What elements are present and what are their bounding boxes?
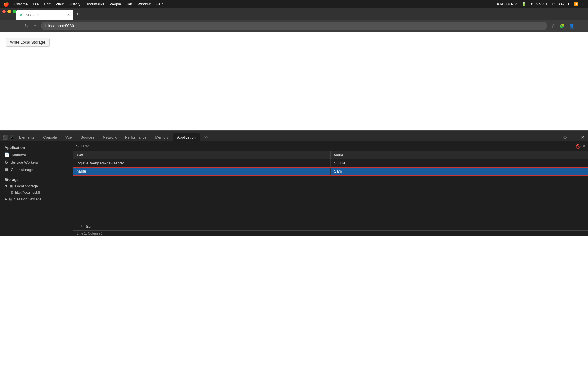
page-content: Write Local Storage xyxy=(0,32,588,130)
address-bar[interactable]: ℹ localhost:8080 xyxy=(41,22,547,30)
sidebar-item-session-storage[interactable]: ▶ ⊞ Session Storage xyxy=(0,196,73,202)
tab-more[interactable]: >> xyxy=(200,133,212,141)
forward-button[interactable]: → xyxy=(13,22,21,30)
tab-sources[interactable]: Sources xyxy=(77,133,98,141)
storage-section-title: Storage xyxy=(0,176,73,183)
row-value-1: Sam xyxy=(331,167,588,175)
local-storage-expand-icon: ▼ xyxy=(5,184,8,188)
devtools-more-button[interactable]: ⋮ xyxy=(570,133,577,141)
filter-clear-button[interactable]: ✕ xyxy=(582,144,586,149)
tab-favicon: V xyxy=(20,12,24,17)
menu-bookmarks[interactable]: Bookmarks xyxy=(86,2,104,6)
extension-puzzle-button[interactable]: 🧩 xyxy=(558,22,566,30)
devtools: ⬛ 📱 Elements Console Vue Sources Network… xyxy=(0,130,588,236)
devtools-tab-actions: ⚙ ⋮ ✕ xyxy=(562,133,586,141)
tab-console[interactable]: Console xyxy=(39,133,61,141)
bookmark-button[interactable]: ☆ xyxy=(550,22,556,30)
menu-history[interactable]: History xyxy=(69,2,80,6)
menubar: 🍎 Chrome File Edit View History Bookmark… xyxy=(0,0,588,8)
apple-menu[interactable]: 🍎 xyxy=(3,1,9,7)
preview-content: Sam xyxy=(86,224,94,229)
localhost-label: http://localhost:8 xyxy=(15,191,40,195)
table-header: Key Value xyxy=(73,151,588,159)
filter-no-entry-button[interactable]: 🚫 xyxy=(576,144,581,149)
titlebar: V vue-lab ✕ + xyxy=(0,8,588,20)
menu-tab[interactable]: Tab xyxy=(126,2,132,6)
more-options-button[interactable]: ⋮ xyxy=(578,22,585,30)
col-header-key: Key xyxy=(73,151,331,159)
close-window-button[interactable] xyxy=(2,10,6,13)
menubar-right: 0 KB/s 0 KB/s 🔋 U: 18.53 GB F: 13.47 GB … xyxy=(497,2,585,6)
manifest-label: Manifest xyxy=(12,153,26,157)
local-storage-grid-icon: ⊞ xyxy=(10,184,13,188)
preview-area: 1 Sam xyxy=(73,222,588,230)
session-storage-label: Session Storage xyxy=(14,197,41,201)
devtools-close-button[interactable]: ✕ xyxy=(580,133,586,141)
table-row-selected[interactable]: name Sam xyxy=(73,167,588,175)
manifest-icon: 📄 xyxy=(5,152,9,157)
menu-view[interactable]: View xyxy=(56,2,64,6)
clear-storage-label: Clear storage xyxy=(11,168,33,172)
col-header-value: Value xyxy=(331,151,588,159)
filter-bar: ↻ 🚫 ✕ xyxy=(73,141,588,151)
devtools-cursor-icon[interactable]: ⬛ xyxy=(2,134,8,141)
devtools-main: ↻ 🚫 ✕ Key Value loglevel:webpack-dev-ser… xyxy=(73,141,588,236)
row-key-1: name xyxy=(73,167,331,175)
table-row[interactable]: loglevel:webpack-dev-server SILENT xyxy=(73,159,588,167)
local-storage-label: Local Storage xyxy=(15,184,38,188)
tab-title: vue-lab xyxy=(26,13,65,17)
sidebar-item-clear-storage[interactable]: 🗑 Clear storage xyxy=(0,166,73,173)
menu-chrome[interactable]: Chrome xyxy=(14,2,28,6)
browser-tab[interactable]: V vue-lab ✕ xyxy=(16,10,74,20)
battery-icon: 🔋 xyxy=(522,2,526,6)
tab-network[interactable]: Network xyxy=(99,133,121,141)
wifi-icon: 📶 xyxy=(574,2,578,6)
devtools-mobile-icon[interactable]: 📱 xyxy=(9,134,14,141)
preview-line-number: 1 xyxy=(76,224,82,228)
tab-bar: V vue-lab ✕ + xyxy=(16,10,586,20)
menu-help[interactable]: Help xyxy=(156,2,164,6)
minimize-window-button[interactable] xyxy=(7,10,11,13)
menu-window[interactable]: Window xyxy=(138,2,151,6)
devtools-sidebar: Application 📄 Manifest ⚙ Service Workers… xyxy=(0,141,73,236)
localhost-grid-icon: ⊞ xyxy=(10,191,13,195)
filter-input[interactable] xyxy=(81,144,574,148)
tab-memory[interactable]: Memory xyxy=(151,133,173,141)
tab-close-button[interactable]: ✕ xyxy=(67,13,70,17)
sidebar-item-localhost[interactable]: ⊞ http://localhost:8 xyxy=(0,189,73,196)
menu-edit[interactable]: Edit xyxy=(44,2,50,6)
status-bar: Line 1, Column 1 xyxy=(73,230,588,236)
profile-button[interactable]: 👤 xyxy=(568,22,576,30)
tab-performance[interactable]: Performance xyxy=(121,133,150,141)
session-storage-grid-icon: ⊞ xyxy=(9,197,12,201)
preview-row: 1 Sam xyxy=(73,222,588,230)
devtools-tab-bar: ⬛ 📱 Elements Console Vue Sources Network… xyxy=(0,131,588,141)
storage-section: Storage ▼ ⊞ Local Storage ⊞ http://local… xyxy=(0,176,73,202)
reload-button[interactable]: ↻ xyxy=(23,22,30,30)
menu-file[interactable]: File xyxy=(33,2,39,6)
toolbar-actions: ☆ 🧩 👤 ⋮ xyxy=(550,22,585,30)
filter-refresh-button[interactable]: ↻ xyxy=(76,144,79,149)
write-local-storage-button[interactable]: Write Local Storage xyxy=(6,38,50,47)
new-tab-button[interactable]: + xyxy=(76,11,79,17)
clear-storage-icon: 🗑 xyxy=(5,167,9,172)
sidebar-item-manifest[interactable]: 📄 Manifest xyxy=(0,151,73,158)
tab-vue[interactable]: Vue xyxy=(61,133,76,141)
secure-icon: ℹ xyxy=(45,24,46,28)
menu-people[interactable]: People xyxy=(109,2,121,6)
tab-application[interactable]: Application xyxy=(173,133,200,141)
storage-table: Key Value loglevel:webpack-dev-server SI… xyxy=(73,151,588,222)
clock: ··· xyxy=(582,2,585,6)
home-button[interactable]: ⌂ xyxy=(32,22,38,30)
browser-toolbar: ← → ↻ ⌂ ℹ localhost:8080 ☆ 🧩 👤 ⋮ xyxy=(0,20,588,32)
storage-f: F: 13.47 GB xyxy=(552,2,570,6)
storage-u: U: 18.53 GB xyxy=(529,2,548,6)
traffic-lights xyxy=(2,10,16,20)
tab-elements[interactable]: Elements xyxy=(15,133,38,141)
sidebar-item-service-workers[interactable]: ⚙ Service Workers xyxy=(0,158,73,166)
maximize-window-button[interactable] xyxy=(13,10,16,13)
back-button[interactable]: ← xyxy=(3,22,11,30)
nav-buttons: ← → ↻ ⌂ xyxy=(3,22,38,30)
devtools-settings-button[interactable]: ⚙ xyxy=(562,133,568,141)
sidebar-item-local-storage[interactable]: ▼ ⊞ Local Storage xyxy=(0,183,73,189)
